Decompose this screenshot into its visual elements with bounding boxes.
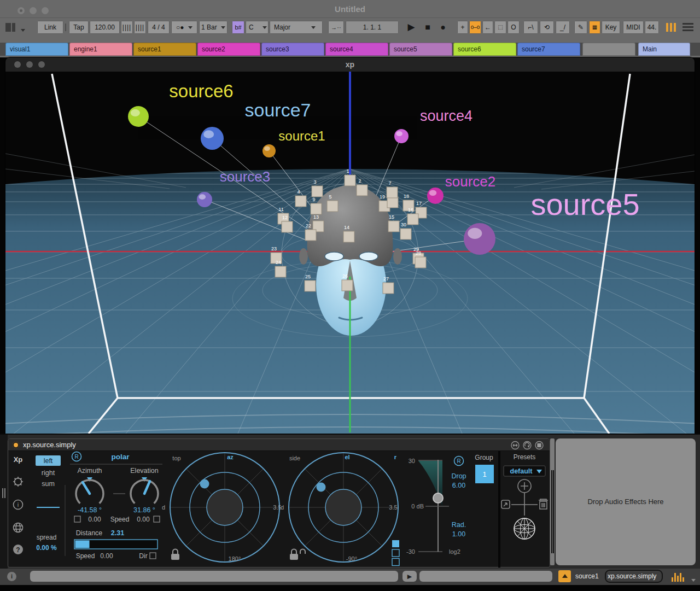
panes-caret-icon[interactable] [19,25,25,35]
sphere-source4[interactable] [394,129,409,143]
spread-value[interactable]: 0.00 % [36,544,57,552]
recall-preset-icon[interactable] [501,500,510,508]
rad-value[interactable]: 1.00 [452,530,465,538]
time-signature-field[interactable]: 4 / 4 [148,21,170,34]
speaker-cube-2 [357,185,368,196]
automation-arm-button[interactable]: o–o [469,21,481,34]
record-button[interactable]: ● [436,21,450,34]
delete-preset-icon[interactable] [539,499,548,509]
device-titlebar-icons [510,441,546,450]
gain-curve-label[interactable]: log2 [449,548,460,555]
preview-play-button[interactable]: ▶ [402,571,417,582]
dir-checkbox[interactable] [150,553,156,559]
distance-speed-value[interactable]: 0.00 [100,552,113,560]
device-dock-strip[interactable] [0,435,8,570]
device-chain-meter-icon[interactable] [672,572,686,582]
lock-icon-az[interactable] [171,549,179,560]
scale-name-menu[interactable]: Major [270,21,323,34]
key-signature-badge[interactable]: b# [232,21,244,34]
elevation-speed-value[interactable]: 0.00 [137,516,150,523]
track-tab-source1[interactable]: source1 [133,43,196,56]
draw-mode-button[interactable]: ✎ [574,21,587,34]
follow-button[interactable]: →·· [328,21,344,34]
loop-icon-button[interactable]: ⟲ [540,21,554,34]
key-map-button[interactable]: Key [602,21,620,34]
fade-icon-button[interactable]: ⌐\ [523,21,538,34]
track-tab-source3[interactable]: source3 [261,43,324,56]
sphere-source7[interactable] [201,127,224,150]
azimuth-speed-value[interactable]: 0.00 [88,516,101,523]
sphere-source3[interactable] [197,192,212,207]
device-activator-button[interactable] [13,442,19,448]
play-button[interactable]: ▶ [405,21,418,34]
xp-titlebar[interactable]: xp [5,57,695,72]
azimuth-value[interactable]: -41.58 ° [78,506,102,514]
add-locator-button[interactable]: + [457,21,468,34]
distance-value[interactable]: 2.31 [111,529,124,537]
menu-icon[interactable] [682,23,693,32]
coordinate-mode-label[interactable]: polar [111,453,130,461]
sphere-source2[interactable] [427,188,444,204]
session-record-button[interactable]: ⬚ [494,21,506,34]
speaker-cube-14 [343,231,354,242]
label-source1: source1 [278,128,325,143]
scale-root-menu[interactable]: C [246,21,269,34]
hot-swap-button[interactable] [558,570,571,582]
selected-device-chip[interactable]: xp.source.simply [605,570,663,583]
info-view-icon[interactable]: i [7,572,16,581]
ramp-icon-button[interactable]: _/ [556,21,570,34]
nudge-up-icon[interactable]: |||| [134,21,146,34]
panes-icon-2[interactable] [12,23,15,32]
sphere-highlight [203,130,214,138]
radar-top-source-dot[interactable] [200,479,209,489]
3d-scene[interactable]: 1234591967181716111213141522302329242825… [5,72,695,434]
drop-value[interactable]: 6.00 [452,482,465,489]
panes-icon[interactable] [5,23,11,32]
display-mode-square-2[interactable] [392,549,399,557]
sphere-source6[interactable] [128,106,149,127]
display-mode-square-1[interactable] [392,540,399,547]
track-tab-engine1[interactable]: engine1 [69,43,132,56]
globe-icon[interactable] [14,523,23,533]
track-tab-Main[interactable]: Main [638,43,690,56]
elevation-value[interactable]: 31.86 ° [133,506,155,514]
arrangement-position-display[interactable]: 1. 1. 1 [346,21,399,34]
track-tab-source2[interactable]: source2 [197,43,260,56]
lock-icon-radar-side[interactable] [300,549,305,554]
nudge-down-icon[interactable]: |||| [121,21,133,34]
track-tab-source7[interactable]: source7 [517,43,580,56]
chain-caret-icon[interactable] [689,575,696,585]
channel-sum-button[interactable]: sum [42,480,55,488]
sphere-source5[interactable] [464,223,495,255]
sphere-source1[interactable] [262,144,276,157]
device-titlebar[interactable]: xp.source.simply [8,439,550,451]
quantize-menu[interactable]: 1 Bar [199,21,228,34]
midi-map-button[interactable]: MIDI [623,21,644,34]
gain-slider-knob[interactable] [433,493,443,503]
groove-amount-button[interactable]: ○● [171,21,197,34]
track-tab-source6[interactable]: source6 [453,43,516,56]
radar-side-display[interactable]: side el r d 3.5 -90° [281,453,398,562]
audio-effect-drop-zone[interactable]: Drop Audio Effects Here [556,438,696,565]
elevation-speed-checkbox[interactable] [154,516,160,522]
link-button[interactable]: Link [37,21,63,34]
tap-tempo-button[interactable]: Tap [69,21,89,34]
geodesic-sphere-icon[interactable] [514,518,535,539]
capture-midi-button[interactable]: O [508,21,520,34]
re-enable-automation-button[interactable]: ← [482,21,493,34]
plus-glyph [521,482,528,490]
computer-midi-keyboard-button[interactable]: ▦ [589,21,600,34]
track-tab-source5[interactable]: source5 [389,43,452,56]
stop-button[interactable]: ■ [421,21,434,34]
track-tab-empty[interactable] [582,43,635,56]
tempo-field[interactable]: 120.00 [90,21,120,34]
track-tab-visual1[interactable]: visual1 [5,43,68,56]
lock-icon-radar-top[interactable] [290,549,298,560]
display-mode-square-3[interactable] [392,559,399,566]
channel-right-button[interactable]: right [42,469,55,477]
radar-top-display[interactable]: top az d 3.5 180° [162,453,282,562]
distance-label: Distance [76,529,103,537]
radar-side-source-dot[interactable] [317,483,326,492]
azimuth-speed-checkbox[interactable] [74,516,80,522]
track-tab-source4[interactable]: source4 [325,43,388,56]
